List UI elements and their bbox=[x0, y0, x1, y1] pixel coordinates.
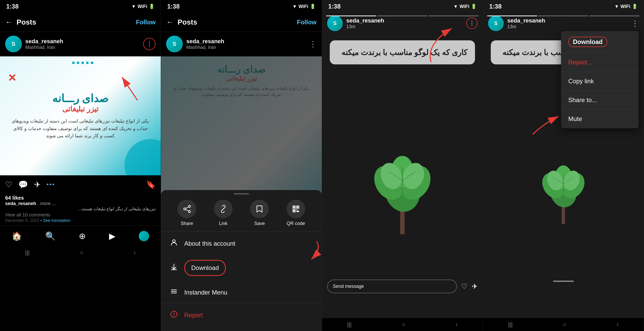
sheet-quick-actions: Share Link bbox=[161, 200, 322, 231]
more-options-2[interactable]: ⋮ bbox=[309, 40, 317, 48]
like-icon-1[interactable]: ♡ bbox=[5, 180, 12, 189]
back-button-1[interactable]: ← bbox=[5, 18, 12, 26]
panel-4-dropdown: 1:38 ▼ WiFi 🔋 S seda_resaneh 13m ⋮ bbox=[483, 0, 644, 331]
save-circle-icon bbox=[250, 200, 269, 218]
signal-icon-2: ▼ bbox=[292, 4, 297, 9]
download-oval-label: Download bbox=[568, 37, 607, 47]
story-bg-4: S seda_resaneh 13m ⋮ کاری که یک لوگو منا… bbox=[483, 0, 644, 318]
dropdown-share-to[interactable]: Share to... bbox=[561, 91, 639, 110]
status-icons-1: ▼ WiFi 🔋 bbox=[131, 4, 155, 9]
status-bar-1: 1:38 ▼ WiFi 🔋 bbox=[0, 0, 161, 13]
android-menu-4[interactable]: ||| bbox=[508, 321, 512, 328]
comment-icon-1[interactable]: 💬 bbox=[18, 180, 28, 189]
dropdown-mute[interactable]: Mute bbox=[561, 110, 639, 128]
android-back-4[interactable]: ‹ bbox=[617, 321, 618, 328]
reels-icon-1[interactable]: ▶ bbox=[109, 231, 116, 241]
bookmark-icon-1[interactable]: 🔖 bbox=[146, 180, 156, 189]
svg-point-4 bbox=[188, 210, 190, 213]
see-translation-1[interactable]: • See translation bbox=[40, 218, 71, 223]
follow-button-2[interactable]: Follow bbox=[297, 19, 317, 26]
android-home-1[interactable]: ○ bbox=[80, 249, 83, 256]
android-back-3[interactable]: ‹ bbox=[456, 321, 457, 328]
status-icons-2: ▼ WiFi 🔋 bbox=[292, 4, 316, 9]
share-icon-1[interactable]: ✈ bbox=[34, 180, 41, 189]
progress-4-3 bbox=[589, 16, 640, 16]
more-link-1[interactable]: more ... bbox=[40, 201, 56, 206]
brand-sub-1: تیزر تبلیغاتی bbox=[8, 105, 153, 113]
dropdown-report[interactable]: Report... bbox=[561, 53, 639, 72]
brand-name-2: صدای رـــانه bbox=[169, 64, 314, 75]
story-bottom-bar-3: Send message ♡ ✈ bbox=[322, 275, 483, 297]
qr-label: QR code bbox=[287, 221, 305, 226]
caption-text-1: . bbox=[37, 201, 39, 206]
battery-icon-4: 🔋 bbox=[632, 4, 638, 9]
dot-4 bbox=[81, 62, 84, 64]
send-message-input-3[interactable]: Send message bbox=[327, 280, 457, 293]
sheet-save-action[interactable]: Save bbox=[250, 200, 269, 226]
more-icon-1[interactable] bbox=[47, 184, 54, 185]
heart-icon-3[interactable]: ♡ bbox=[461, 282, 467, 291]
report-item[interactable]: Report bbox=[161, 304, 322, 326]
mute-label-4: Mute bbox=[568, 115, 582, 123]
svg-rect-13 bbox=[293, 210, 295, 212]
app-header-2: ← Posts Follow bbox=[161, 13, 322, 32]
status-bar-3: 1:38 ▼ WiFi 🔋 bbox=[322, 0, 483, 13]
signal-icon: ▼ bbox=[131, 4, 136, 9]
red-arrow-1 bbox=[112, 72, 150, 106]
status-icons-3: ▼ WiFi 🔋 bbox=[453, 4, 477, 9]
android-nav-4: ||| ○ ‹ bbox=[483, 318, 644, 331]
time-3: 1:38 bbox=[328, 3, 341, 10]
sheet-qr-action[interactable]: QR code bbox=[287, 200, 305, 226]
wifi-icon: WiFi bbox=[137, 4, 147, 9]
download-item[interactable]: Download bbox=[161, 254, 322, 282]
about-label: About this account bbox=[184, 240, 235, 247]
link-label: Link bbox=[219, 221, 227, 226]
app-header-1: ← Posts Follow bbox=[0, 13, 161, 32]
bottom-sheet: Share Link bbox=[161, 190, 322, 331]
caption-username-1: seda_resaneh bbox=[5, 201, 36, 206]
android-menu-3[interactable]: ||| bbox=[347, 321, 351, 328]
android-home-4[interactable]: ○ bbox=[563, 321, 566, 328]
profile-location-2: Mashhad, Iran bbox=[186, 45, 309, 50]
create-icon-1[interactable]: ⊕ bbox=[79, 231, 86, 241]
search-icon-1[interactable]: 🔍 bbox=[45, 231, 56, 241]
follow-button-1[interactable]: Follow bbox=[136, 19, 156, 26]
signal-icon-4: ▼ bbox=[614, 4, 619, 9]
copy-link-label-4: Copy link bbox=[568, 78, 594, 85]
back-button-2[interactable]: ← bbox=[166, 18, 173, 26]
instander-item[interactable]: Instander Menu bbox=[161, 282, 322, 303]
dot-5 bbox=[86, 62, 89, 64]
post-content-bg-2: صدای رـــانه تیزر تبلیغاتی یکی از انواع … bbox=[161, 56, 322, 106]
sheet-link-action[interactable]: Link bbox=[214, 200, 233, 226]
wifi-icon-3: WiFi bbox=[459, 4, 469, 9]
x-mark-1: ✕ bbox=[8, 72, 17, 84]
profile-info-1: seda_resaneh Mashhad, Iran bbox=[25, 38, 143, 50]
dropdown-copy-link[interactable]: Copy link bbox=[561, 72, 639, 91]
red-arrow-download bbox=[296, 239, 322, 265]
story-user-info-4: seda_resaneh 13m bbox=[507, 17, 628, 29]
profile-name-1: seda_resaneh bbox=[25, 38, 143, 45]
android-back-1[interactable]: ‹ bbox=[134, 249, 135, 256]
android-home-3[interactable]: ○ bbox=[402, 321, 405, 328]
more-options-button-1[interactable]: ⋮ bbox=[143, 38, 156, 50]
view-comments-1[interactable]: View all 10 comments bbox=[5, 212, 156, 218]
dot-3 bbox=[77, 62, 79, 64]
profile-row-2: S seda_resaneh Mashhad, Iran ⋮ bbox=[161, 32, 322, 56]
send-icon-3[interactable]: ✈ bbox=[472, 282, 478, 291]
story-options-button-3[interactable]: ⋮ bbox=[466, 18, 478, 29]
battery-icon-2: 🔋 bbox=[310, 4, 316, 9]
about-icon bbox=[169, 238, 179, 249]
post-actions-1: ♡ 💬 ✈ 🔖 bbox=[0, 175, 161, 193]
dropdown-download[interactable]: Download bbox=[561, 31, 639, 53]
dot-1 bbox=[67, 62, 70, 64]
report-icon bbox=[169, 310, 179, 320]
plant-svg-4 bbox=[530, 160, 597, 228]
android-menu-1[interactable]: ||| bbox=[25, 249, 29, 256]
story-more-4[interactable]: ⋮ bbox=[631, 19, 639, 28]
svg-rect-11 bbox=[293, 206, 295, 208]
sheet-share-action[interactable]: Share bbox=[178, 200, 196, 226]
time-2: 1:38 bbox=[167, 3, 180, 10]
profile-avatar-nav-1[interactable] bbox=[139, 231, 149, 241]
share-circle-icon bbox=[178, 200, 196, 218]
home-icon-1[interactable]: 🏠 bbox=[12, 231, 22, 241]
